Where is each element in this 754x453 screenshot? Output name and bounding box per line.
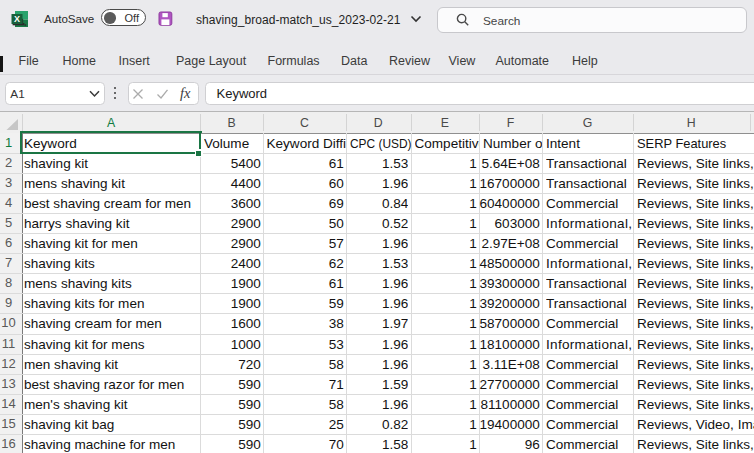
svg-text:X: X: [14, 14, 20, 24]
